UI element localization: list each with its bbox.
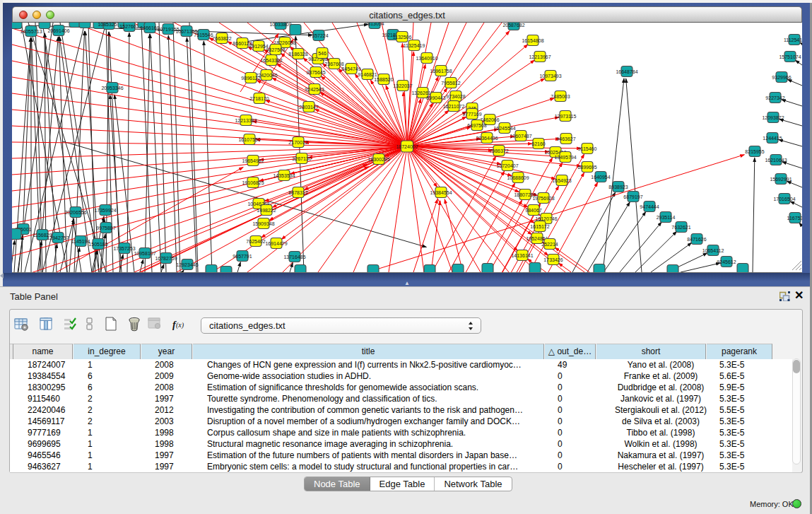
- svg-text:116753: 116753: [787, 216, 802, 221]
- svg-text:6879197: 6879197: [623, 194, 642, 199]
- svg-text:9474444: 9474444: [640, 204, 659, 209]
- svg-text:10958107: 10958107: [134, 251, 155, 256]
- svg-text:9777169: 9777169: [462, 112, 481, 117]
- svg-text:20953346: 20953346: [101, 86, 123, 90]
- svg-text:1498222: 1498222: [257, 208, 276, 213]
- svg-text:8938923: 8938923: [608, 185, 628, 189]
- svg-text:8186328: 8186328: [288, 52, 307, 57]
- svg-text:20364436: 20364436: [476, 136, 498, 141]
- svg-text:1244415: 1244415: [763, 136, 782, 141]
- svg-text:14136141: 14136141: [511, 253, 533, 258]
- svg-text:7357224: 7357224: [309, 33, 328, 38]
- svg-text:16961758: 16961758: [430, 69, 452, 74]
- svg-text:9463627: 9463627: [556, 136, 575, 141]
- svg-text:16211072: 16211072: [443, 104, 465, 109]
- svg-text:7462066: 7462066: [480, 117, 499, 122]
- svg-text:62160: 62160: [531, 141, 546, 146]
- svg-text:16245544: 16245544: [493, 126, 515, 131]
- svg-text:16107550: 16107550: [238, 137, 260, 142]
- svg-text:9227342: 9227342: [765, 95, 784, 100]
- svg-text:13495794: 13495794: [554, 155, 576, 160]
- svg-text:12213967: 12213967: [529, 54, 551, 59]
- svg-text:10973493: 10973493: [539, 74, 561, 78]
- svg-text:10654112: 10654112: [702, 248, 724, 253]
- svg-text:19654982: 19654982: [242, 158, 264, 163]
- svg-text:9657791: 9657791: [233, 254, 252, 259]
- svg-text:10607487: 10607487: [510, 134, 531, 139]
- svg-text:7632621: 7632621: [671, 225, 690, 230]
- svg-text:16210643: 16210643: [765, 158, 787, 163]
- svg-text:18300295: 18300295: [367, 157, 389, 162]
- svg-text:13716485: 13716485: [283, 255, 305, 259]
- svg-text:546: 546: [318, 51, 326, 56]
- svg-text:11125419: 11125419: [784, 37, 802, 42]
- svg-text:14055713: 14055713: [20, 29, 42, 34]
- svg-text:20206556: 20206556: [64, 210, 86, 215]
- svg-text:17016504: 17016504: [773, 197, 795, 201]
- svg-text:16120746: 16120746: [535, 216, 557, 221]
- svg-text:1654923: 1654923: [552, 178, 571, 183]
- svg-text:16543382: 16543382: [260, 58, 282, 63]
- svg-text:19756928: 19756928: [532, 196, 554, 201]
- svg-text:8878312: 8878312: [288, 190, 307, 195]
- svg-text:14353534: 14353534: [273, 173, 295, 178]
- svg-text:9875645: 9875645: [306, 70, 325, 75]
- svg-text:2718170: 2718170: [249, 96, 269, 101]
- svg-text:7955812: 7955812: [441, 81, 460, 86]
- svg-text:(x): (x): [176, 321, 184, 329]
- svg-text:15692991: 15692991: [770, 177, 792, 182]
- svg-text:9115460: 9115460: [578, 146, 597, 151]
- svg-text:20691406: 20691406: [47, 28, 69, 33]
- svg-text:12973115: 12973115: [555, 114, 577, 119]
- svg-text:12923446: 12923446: [176, 262, 198, 267]
- svg-text:8990443: 8990443: [426, 95, 445, 100]
- svg-text:16154808: 16154808: [522, 38, 543, 43]
- svg-text:7515546: 7515546: [194, 33, 213, 37]
- svg-text:19384554: 19384554: [430, 190, 452, 195]
- svg-text:10033809: 10033809: [269, 23, 291, 27]
- svg-text:10688609: 10688609: [507, 175, 529, 180]
- svg-text:3267130: 3267130: [292, 156, 311, 161]
- svg-text:15720407: 15720407: [496, 163, 518, 168]
- svg-text:9329966: 9329966: [772, 75, 791, 80]
- svg-text:11325419: 11325419: [404, 43, 425, 48]
- svg-text:15751074: 15751074: [779, 54, 801, 59]
- svg-text:1145194: 1145194: [71, 239, 90, 244]
- svg-text:1615172: 1615172: [530, 224, 549, 229]
- svg-text:7485003: 7485003: [551, 94, 570, 99]
- svg-text:12093872: 12093872: [762, 115, 784, 120]
- svg-text:12942757: 12942757: [47, 235, 69, 240]
- svg-text:12213383: 12213383: [235, 118, 257, 123]
- svg-text:19106825: 19106825: [242, 180, 264, 185]
- svg-text:13640910: 13640910: [416, 56, 437, 61]
- svg-text:1132506: 1132506: [393, 35, 412, 40]
- svg-text:8215955: 8215955: [745, 149, 764, 154]
- svg-text:1733426: 1733426: [543, 257, 563, 262]
- svg-text:1588520: 1588520: [374, 77, 393, 82]
- svg-text:10853257: 10853257: [98, 23, 119, 27]
- svg-text:9734028: 9734028: [446, 94, 465, 99]
- svg-text:1322037: 1322037: [393, 83, 412, 88]
- svg-text:2803147: 2803147: [299, 105, 318, 110]
- svg-text:1505185: 1505185: [88, 242, 107, 247]
- svg-text:16648784: 16648784: [616, 69, 637, 74]
- svg-text:6899695: 6899695: [577, 165, 596, 170]
- svg-text:1527602: 1527602: [119, 24, 139, 29]
- svg-text:7663822: 7663822: [212, 36, 231, 41]
- svg-text:8471626: 8471626: [687, 237, 706, 242]
- svg-text:6497508: 6497508: [467, 123, 486, 128]
- svg-text:15909348: 15909348: [252, 221, 274, 226]
- svg-text:984067: 984067: [525, 208, 541, 213]
- svg-text:2935114: 2935114: [657, 215, 676, 220]
- svg-text:9242543: 9242543: [305, 87, 324, 92]
- svg-text:17359924: 17359924: [94, 208, 116, 213]
- svg-text:9975887: 9975887: [96, 226, 115, 230]
- svg-text:20587682: 20587682: [502, 23, 524, 28]
- svg-text:1640954: 1640954: [591, 175, 610, 180]
- svg-text:7625402: 7625402: [246, 239, 265, 244]
- svg-text:2367608: 2367608: [324, 62, 343, 66]
- svg-text:8454749: 8454749: [341, 66, 360, 71]
- svg-text:17357253: 17357253: [113, 246, 135, 251]
- svg-text:16782759: 16782759: [155, 256, 177, 261]
- svg-text:2170012: 2170012: [288, 140, 307, 145]
